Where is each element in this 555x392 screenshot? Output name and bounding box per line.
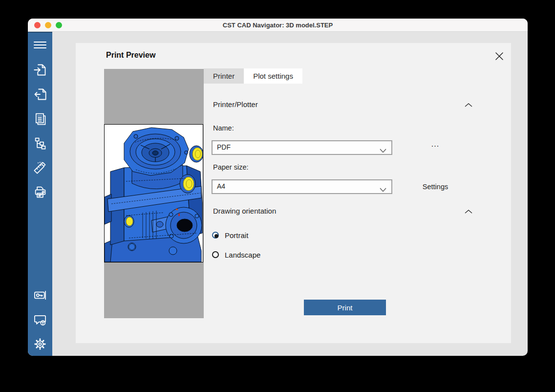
paper-settings-button[interactable]: Settings [418, 179, 453, 194]
tab-plot-settings[interactable]: Plot settings [244, 68, 302, 84]
printer-name-value: PDF [217, 143, 231, 151]
browse-printer-button[interactable]: ... [418, 137, 453, 152]
hamburger-menu-icon[interactable] [33, 39, 47, 51]
app-window: CST CAD Navigator: 3D model.STEP [28, 19, 528, 356]
dialog-title: Print Preview [106, 51, 155, 60]
orientation-section-title: Drawing orientation [213, 207, 276, 215]
settings-gear-icon[interactable] [33, 337, 47, 351]
minimize-window-button[interactable] [45, 22, 51, 28]
print-icon[interactable] [33, 185, 47, 199]
paper-size-label: Paper size: [213, 163, 249, 171]
traffic-lights [34, 22, 62, 28]
document-properties-icon[interactable] [33, 112, 47, 126]
license-key-icon[interactable] [33, 288, 47, 302]
radio-portrait-label: Portrait [225, 231, 248, 240]
preview-page [104, 124, 203, 262]
export-file-icon[interactable] [33, 87, 47, 101]
printer-plotter-section-title: Printer/Plotter [213, 100, 258, 109]
printer-name-label: Name: [213, 124, 234, 132]
radio-portrait-circle[interactable] [212, 232, 219, 239]
collapse-printer-section-icon[interactable] [464, 101, 473, 107]
print-preview-panel [104, 69, 204, 318]
dialog-tabs: Printer Plot settings [204, 68, 302, 84]
cad-model-preview [105, 125, 203, 262]
window-title: CST CAD Navigator: 3D model.STEP [28, 19, 528, 32]
chevron-down-icon [380, 146, 386, 151]
paper-size-value: A4 [217, 182, 225, 190]
sidebar-toolbar [28, 32, 52, 356]
chevron-down-icon [380, 185, 386, 190]
print-button[interactable]: Print [304, 300, 386, 315]
import-file-icon[interactable] [33, 63, 47, 77]
radio-landscape-label: Landscape [225, 251, 260, 259]
zoom-window-button[interactable] [56, 22, 62, 28]
title-bar[interactable]: CST CAD Navigator: 3D model.STEP [28, 19, 528, 32]
radio-landscape-circle[interactable] [212, 251, 219, 258]
close-dialog-icon[interactable] [493, 50, 505, 62]
screen: CST CAD Navigator: 3D model.STEP [0, 0, 555, 392]
print-preview-dialog: Print Preview [76, 43, 511, 343]
measure-tools-icon[interactable] [33, 161, 47, 174]
feedback-info-icon[interactable] [33, 313, 47, 327]
structure-tree-icon[interactable] [33, 136, 47, 150]
printer-name-select[interactable]: PDF [212, 140, 392, 155]
tab-printer[interactable]: Printer [204, 68, 244, 84]
radio-option-portrait[interactable]: Portrait [212, 230, 248, 240]
radio-option-landscape[interactable]: Landscape [212, 250, 260, 260]
collapse-orientation-section-icon[interactable] [464, 208, 473, 214]
close-window-button[interactable] [34, 22, 41, 28]
paper-size-select[interactable]: A4 [212, 179, 392, 194]
